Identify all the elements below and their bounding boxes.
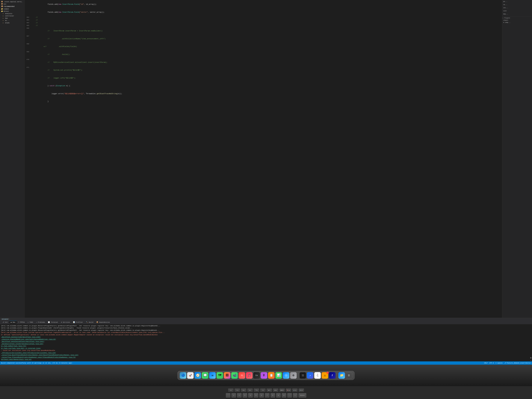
code-line: 464 //	[25, 22, 502, 24]
right-panel-item-va[interactable]: va...	[503, 4, 532, 6]
right-panel-section-site: site	[503, 10, 532, 12]
sidebar-item-controller[interactable]: ▸ controller	[0, 15, 24, 17]
dock-item-messages[interactable]: 💬	[202, 372, 208, 379]
key-f2[interactable]: ☀☀F2	[234, 388, 240, 392]
right-panel-item-pa[interactable]: pa...	[503, 0, 532, 3]
key-2[interactable]: 2	[237, 393, 242, 398]
console-line-link[interactable]: .TFPredictorServiceImpl.open(TFPredictor…	[1, 352, 531, 354]
dock-item-files[interactable]: 📁	[338, 372, 345, 379]
dock-item-finder[interactable]: 🔵	[180, 372, 186, 379]
tab-services[interactable]: ⚙ Services	[60, 321, 71, 324]
dock-divider	[298, 373, 298, 379]
dock-item-photos[interactable]: 🖼	[224, 372, 230, 379]
tab-terminal[interactable]: ⬜ Terminal	[47, 321, 59, 324]
key-f5[interactable]: 🎤F5	[253, 388, 259, 392]
console-line-link[interactable]: .tensorflow.TFSavedModelPredictRowMapper…	[1, 356, 531, 359]
sidebar-item-common[interactable]: 📁common	[0, 8, 24, 10]
sidebar-item-mltest[interactable]: 📁mltest	[0, 10, 24, 13]
tab-profiler[interactable]: 📊 Profiler	[72, 321, 84, 324]
key-8[interactable]: 8	[270, 393, 275, 398]
keyboard-area: ☀F1 ☀☀F2 ⊞F3 ⊟F4 🎤F5 ☽F6 ⏮F7 ⏭F8 ⏭⏭F9 🔇F…	[0, 386, 532, 399]
key-equals[interactable]: =	[293, 393, 298, 398]
dock-item-notification[interactable]: ⚠ 1	[322, 372, 328, 379]
key-f12[interactable]: 🔊F12	[298, 388, 304, 392]
dock-item-music[interactable]: 🎵	[246, 372, 253, 379]
console-line: [N/A] com.alibaba.alink.common.io.plugin…	[1, 327, 531, 329]
console-line-link[interactable]: .tensorflow.BaseTFSavedModelPredictMappe…	[1, 354, 531, 356]
key-9[interactable]: 9	[276, 393, 281, 398]
tab-problems[interactable]: ⚠ Problems	[35, 321, 46, 324]
key-f1[interactable]: ☀F1	[228, 388, 234, 392]
console-line-link[interactable]: perChain.open(MapperChain.java:46)	[1, 358, 531, 361]
sidebar-item-di[interactable]: ▸ di...	[0, 19, 24, 22]
charset-text: UTF-8	[489, 362, 494, 364]
right-panel-item-ins[interactable]: ins...	[503, 7, 532, 9]
console-line-link[interactable]: er.Task.doRun(Task.java:776)	[1, 345, 531, 347]
right-panel-item-dep[interactable]: dep...	[503, 13, 532, 15]
key-5[interactable]: 5	[253, 393, 259, 398]
sidebar-item-stock[interactable]: 📦.stock.capital.services	[0, 0, 24, 3]
code-line: 463 //	[25, 19, 502, 22]
dock-item-settings[interactable]: ⚙	[290, 372, 297, 379]
dock-item-trash[interactable]: 🗑	[346, 372, 352, 379]
dock-item-safari[interactable]: 🧭	[195, 372, 201, 379]
plugins-section: ▸ Plugins clears ⊕ comp...	[503, 16, 532, 24]
dock-item-tv[interactable]: tv	[253, 372, 260, 379]
sidebar-item-analysis[interactable]: ▸ analysis	[0, 13, 24, 15]
tab-dependencies[interactable]: 📦 Dependencies	[95, 321, 111, 324]
key-f10[interactable]: 🔇F10	[286, 388, 291, 392]
key-0[interactable]: 0	[282, 393, 286, 398]
tab-debug[interactable]: ≡ Debug	[17, 321, 26, 323]
key-6[interactable]: 6	[259, 393, 264, 398]
key-f7[interactable]: ⏮F7	[266, 388, 272, 392]
console-line-link[interactable]: .DataSourceTask.invoke(DataSourceTask.ja…	[1, 343, 531, 345]
dock-item-launchpad[interactable]: 🚀	[187, 372, 194, 379]
tab-build[interactable]: 🔨 Build	[85, 321, 95, 324]
key-3[interactable]: 3	[242, 393, 247, 398]
right-panel-item-clears[interactable]: clears	[503, 19, 532, 21]
code-line: 471 // System.out.println("插入向量");	[25, 66, 502, 74]
key-f4[interactable]: ⊟F4	[247, 388, 253, 392]
right-panel-item-comp[interactable]: ⊕ comp...	[503, 21, 532, 24]
dock-item-rabbithole[interactable]: 🐇	[314, 372, 321, 379]
dock-item-appstore[interactable]: Ⓐ	[283, 372, 289, 379]
key-4[interactable]: 4	[248, 393, 253, 398]
right-panel-item-site[interactable]: site	[503, 10, 532, 12]
dock-item-intellij[interactable]: I	[329, 372, 336, 379]
dock-item-facetime[interactable]: 📹	[231, 372, 238, 379]
tab-run[interactable]: ▶ Run	[9, 321, 17, 324]
branch-icon: ⎇	[504, 362, 506, 364]
code-line: 469 // .build();	[25, 51, 502, 59]
console-tabs: ⎇ Git ▶ Run ≡ Debug ☑ TODO ⚠ Problems ⬜ …	[0, 320, 532, 324]
console-line-link[interactable]: er.Task.run(Task.java:563) <1 internal l…	[1, 347, 531, 349]
key-backtick[interactable]: `	[226, 393, 231, 398]
key-delete[interactable]: delete	[298, 393, 306, 398]
sidebar-item-enums[interactable]: ▸ enums	[0, 22, 24, 24]
dock-item-mail[interactable]: ✉️	[209, 372, 216, 379]
tab-todo[interactable]: ☑ TODO	[26, 321, 34, 324]
key-f6[interactable]: ☽F6	[260, 388, 266, 392]
dock-item-numbers[interactable]: 📊	[275, 372, 282, 379]
console-line-link[interactable]: .BatchTask.openUserCode(BatchTask.java:1…	[1, 336, 531, 338]
dock-item-terminal[interactable]: ⬛	[299, 372, 306, 379]
key-f9[interactable]: ⏭⏭F9	[279, 388, 285, 392]
sidebar-item-ncn[interactable]: 📦ncn	[0, 3, 24, 5]
key-7[interactable]: 7	[265, 393, 270, 398]
dock-item-keynote[interactable]: 📋	[268, 372, 275, 379]
notification-badge: 1	[327, 372, 329, 374]
key-1[interactable]: 1	[231, 393, 236, 398]
dock-item-calendar[interactable]: 31	[239, 372, 245, 379]
key-f11[interactable]: 🔈F11	[292, 388, 298, 392]
sidebar-item-recommended[interactable]: 📦recommended	[0, 5, 24, 8]
sidebar-item-dao[interactable]: ▸ dao	[0, 17, 24, 19]
dock-item-maps[interactable]: 🗺	[216, 372, 223, 379]
key-f3[interactable]: ⊞F3	[241, 388, 247, 392]
actuator-bar: Actuator	[0, 318, 532, 320]
key-minus[interactable]: -	[287, 393, 292, 398]
console-line-link[interactable]: .BatchTask.openChainedTasks(BatchTask.ja…	[1, 340, 531, 343]
console-line-link[interactable]: .chaining.ChainedMapDriver.openTask(Chai…	[1, 338, 531, 341]
tab-git[interactable]: ⎇ Git	[1, 321, 9, 324]
dock-item-cursor[interactable]: ↗	[307, 372, 313, 379]
dock-item-podcasts[interactable]: 🎙	[261, 372, 267, 379]
key-f8[interactable]: ⏭F8	[273, 388, 279, 392]
